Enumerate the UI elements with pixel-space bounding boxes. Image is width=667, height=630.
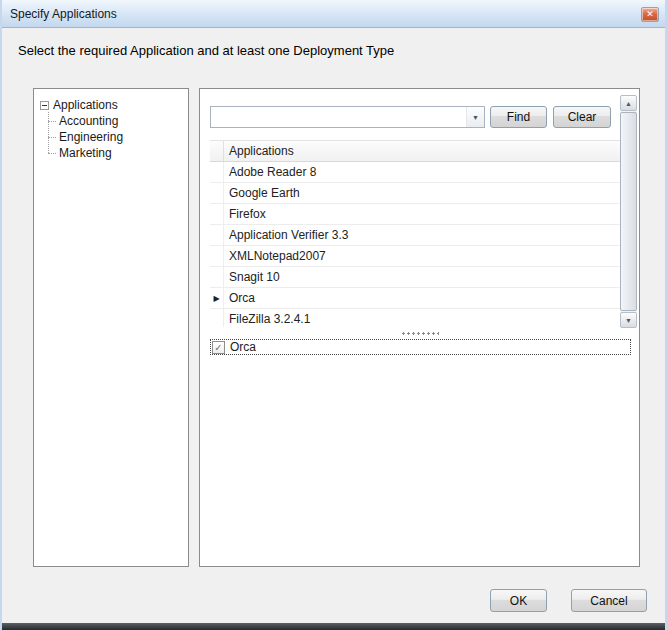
tree-node-engineering[interactable]: Engineering [44, 129, 184, 145]
scroll-down-icon[interactable]: ▼ [620, 312, 637, 328]
grid-row-current[interactable]: ▶ Orca [210, 288, 625, 309]
grid-scrollbar[interactable]: ▲ ▼ [620, 95, 637, 328]
cell-application-name: XMLNotepad2007 [224, 246, 326, 266]
row-selector [210, 225, 224, 245]
filter-combobox[interactable]: ▼ [210, 106, 485, 128]
row-selector [210, 183, 224, 203]
grid-column-header[interactable]: Applications [210, 141, 625, 162]
scroll-up-icon[interactable]: ▲ [620, 95, 637, 111]
splitter-grip-icon [401, 332, 439, 335]
ok-button[interactable]: OK [490, 589, 547, 612]
applications-tree-panel: Applications Accounting Engineering Mark… [33, 88, 189, 567]
tree-child-label: Engineering [59, 130, 123, 144]
tree-children: Accounting Engineering Marketing [44, 113, 184, 161]
selected-item-orca[interactable]: ✓ Orca [210, 339, 631, 355]
dropdown-arrow-icon[interactable]: ▼ [466, 107, 484, 127]
row-selector [210, 309, 224, 327]
grid-row[interactable]: Snagit 10 [210, 267, 625, 288]
title-bar[interactable]: Specify Applications ✕ [2, 0, 665, 28]
cell-application-name: Application Verifier 3.3 [224, 225, 348, 245]
selected-item-label: Orca [230, 340, 256, 354]
splitter-handle[interactable] [200, 329, 639, 338]
header-gutter [210, 141, 224, 161]
grid-row[interactable]: Firefox [210, 204, 625, 225]
row-selector [210, 267, 224, 287]
clear-button[interactable]: Clear [553, 106, 611, 128]
cell-application-name: Adobe Reader 8 [224, 162, 316, 182]
applications-grid: Applications Adobe Reader 8 Google Earth… [210, 140, 625, 327]
filter-input[interactable] [211, 107, 466, 127]
tree-root-label: Applications [53, 98, 118, 112]
row-selector [210, 162, 224, 182]
tree-node-applications[interactable]: Applications [40, 97, 184, 113]
row-selector [210, 246, 224, 266]
grid-row[interactable]: Adobe Reader 8 [210, 162, 625, 183]
cell-application-name: Firefox [224, 204, 266, 224]
tree-child-label: Accounting [59, 114, 118, 128]
grid-row[interactable]: XMLNotepad2007 [210, 246, 625, 267]
applications-panel: ▼ Find Clear Applications Adobe Reader 8… [199, 88, 640, 567]
cell-application-name: Snagit 10 [224, 267, 280, 287]
grid-row[interactable]: Google Earth [210, 183, 625, 204]
find-button[interactable]: Find [490, 106, 547, 128]
grid-row[interactable]: Application Verifier 3.3 [210, 225, 625, 246]
cell-application-name: Google Earth [224, 183, 300, 203]
scrollbar-thumb[interactable] [620, 112, 637, 311]
tree-node-marketing[interactable]: Marketing [44, 145, 184, 161]
window-bottom-frame [2, 623, 665, 630]
instruction-text: Select the required Application and at l… [18, 43, 394, 58]
window-title: Specify Applications [2, 7, 117, 21]
tree-node-accounting[interactable]: Accounting [44, 113, 184, 129]
close-icon: ✕ [646, 9, 654, 19]
row-selector [210, 204, 224, 224]
cancel-button[interactable]: Cancel [571, 589, 647, 612]
dialog-specify-applications: Specify Applications ✕ Select the requir… [0, 0, 667, 630]
close-button[interactable]: ✕ [641, 7, 659, 22]
selected-applications-list: ✓ Orca [210, 339, 631, 554]
cell-application-name: Orca [224, 288, 255, 308]
grid-row[interactable]: FileZilla 3.2.4.1 [210, 309, 625, 327]
grid-header-label: Applications [224, 141, 294, 161]
current-row-pointer-icon: ▶ [210, 288, 224, 308]
collapse-icon[interactable] [40, 101, 49, 110]
checkbox-checked-icon[interactable]: ✓ [212, 341, 225, 354]
tree-child-label: Marketing [59, 146, 112, 160]
cell-application-name: FileZilla 3.2.4.1 [224, 309, 310, 327]
